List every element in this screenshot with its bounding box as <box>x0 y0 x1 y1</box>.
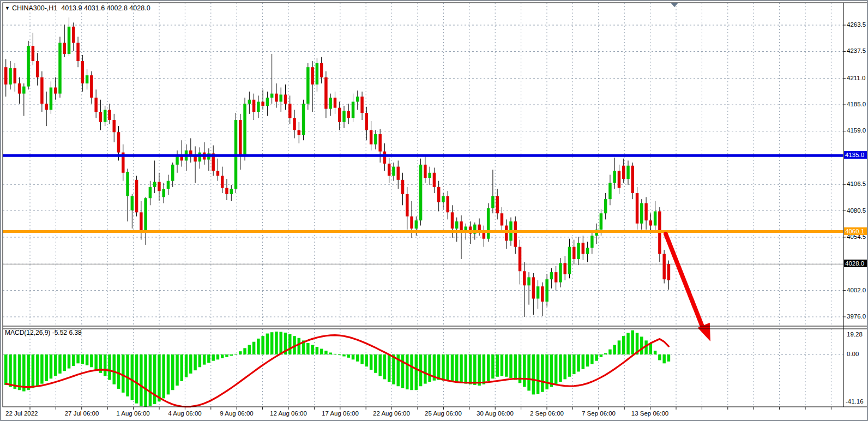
bull-candle <box>455 221 459 228</box>
macd-histogram-bar <box>14 354 17 389</box>
macd-low-label: -41.16 <box>846 398 864 405</box>
macd-histogram-bar <box>658 354 661 360</box>
macd-histogram-bar <box>410 354 413 390</box>
macd-histogram-bar <box>4 354 8 385</box>
macd-histogram-bar <box>338 354 341 355</box>
bear-candle <box>644 203 648 221</box>
bull-candle <box>58 43 62 94</box>
bear-candle <box>622 166 625 179</box>
macd-histogram-bar <box>649 344 653 354</box>
bear-candle <box>649 220 653 225</box>
bear-candle <box>451 212 454 228</box>
bull-candle <box>613 171 616 183</box>
macd-histogram-bar <box>460 354 463 383</box>
support-price-tag: 4060.1 <box>844 227 867 235</box>
macd-histogram-bar <box>654 351 657 354</box>
bear-candle <box>505 226 508 241</box>
macd-histogram-bar <box>545 354 548 389</box>
bear-candle <box>239 120 242 155</box>
price-axis-label: 4080.5 <box>847 207 866 214</box>
bear-candle <box>324 77 328 109</box>
bear-candle <box>532 277 535 298</box>
bull-candle <box>442 196 445 202</box>
trend-arrow-line[interactable] <box>666 234 702 325</box>
macd-histogram-bar <box>180 354 184 381</box>
macd-histogram-bar <box>383 354 387 379</box>
macd-histogram-bar <box>32 354 35 388</box>
price-axis-label: 4106.5 <box>847 181 866 187</box>
bull-candle <box>654 211 657 225</box>
bull-candle <box>415 220 418 228</box>
bear-candle <box>334 98 337 108</box>
resistance-price-tag: 4135.0 <box>844 151 867 159</box>
macd-histogram-bar <box>640 336 643 354</box>
macd-histogram-bar <box>424 354 427 384</box>
bull-candle <box>257 102 260 112</box>
bear-candle <box>501 213 504 225</box>
bull-candle <box>487 208 490 239</box>
time-axis-label: 25 Aug 06:00 <box>425 410 462 417</box>
bear-candle <box>117 132 120 152</box>
macd-histogram-bar <box>370 354 373 370</box>
macd-histogram-bar <box>221 354 224 358</box>
bear-candle <box>370 130 373 145</box>
macd-histogram-bar <box>406 354 409 389</box>
price-axis-label: 4159.0 <box>847 127 866 134</box>
macd-histogram-bar <box>554 354 558 384</box>
macd-histogram-bar <box>388 354 391 382</box>
macd-histogram-bar <box>22 354 26 392</box>
macd-histogram-bar <box>496 354 499 377</box>
macd-histogram-bar <box>365 354 369 366</box>
bear-candle <box>618 171 621 188</box>
bear-candle <box>90 75 93 98</box>
bull-candle <box>27 46 30 86</box>
price-axis-label: 3976.0 <box>847 313 866 320</box>
macd-histogram-bar <box>108 354 111 380</box>
symbol-timeframe-label: CHINA300-,H1 <box>12 4 57 12</box>
bull-candle <box>86 75 89 83</box>
bull-candle <box>266 98 269 106</box>
bear-candle <box>541 286 544 302</box>
chart-title-bar: ▼CHINA300-,H1 4013.9 4031.6 4002.8 4028.… <box>5 4 150 12</box>
symbol-dropdown-icon[interactable]: ▼ <box>5 5 10 11</box>
bear-candle <box>582 243 585 254</box>
macd-histogram-bar <box>509 354 513 378</box>
bull-candle <box>248 100 251 104</box>
macd-histogram-bar <box>76 354 80 363</box>
bull-candle <box>329 98 332 109</box>
bull-candle <box>342 111 346 122</box>
macd-histogram-bar <box>667 354 671 362</box>
bear-candle <box>360 97 364 113</box>
macd-histogram-bar <box>446 354 449 381</box>
bear-candle <box>433 173 436 187</box>
time-axis-label: 7 Sep 06:00 <box>582 410 616 417</box>
macd-histogram-bar <box>248 345 251 354</box>
bear-candle <box>54 87 57 93</box>
bear-candle <box>554 272 558 282</box>
chart-canvas[interactable] <box>1 1 868 421</box>
bull-candle <box>550 272 553 279</box>
macd-histogram-bar <box>104 354 107 376</box>
macd-histogram-bar <box>153 354 156 404</box>
macd-histogram-bar <box>122 354 125 393</box>
bull-candle <box>559 263 562 282</box>
bear-candle <box>662 254 666 280</box>
macd-histogram-bar <box>455 354 459 382</box>
bull-candle <box>171 165 174 181</box>
bull-candle <box>131 196 134 211</box>
macd-histogram-bar <box>537 354 540 394</box>
bear-candle <box>261 102 264 106</box>
chart-shift-marker-icon[interactable] <box>671 3 678 7</box>
time-axis-label: 2 Sep 06:00 <box>530 410 564 417</box>
macd-histogram-bar <box>428 354 431 382</box>
bull-candle <box>626 166 630 179</box>
macd-histogram-bar <box>622 336 625 354</box>
bull-candle <box>545 279 548 302</box>
macd-histogram-bar <box>81 354 85 364</box>
macd-histogram-bar <box>523 354 526 387</box>
bull-candle <box>419 165 423 220</box>
bear-candle <box>63 43 67 54</box>
bull-candle <box>230 189 233 194</box>
macd-histogram-bar <box>252 342 256 354</box>
bear-candle <box>4 67 8 85</box>
